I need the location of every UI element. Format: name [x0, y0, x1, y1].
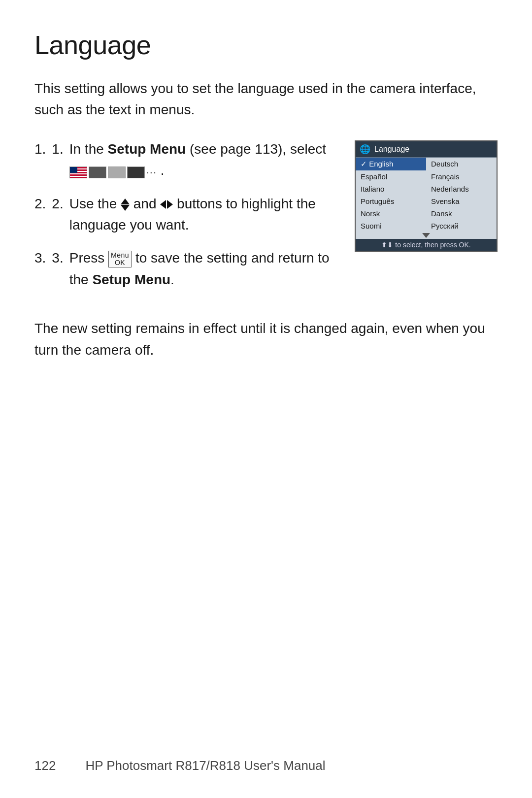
step-3-content: Press Menu OK to save the setting and re… [69, 247, 335, 290]
intro-paragraph: This setting allows you to set the langu… [34, 78, 498, 121]
arrow-right-icon [167, 200, 173, 209]
content-row: 1. In the Setup Menu (see page 113), sel… [34, 138, 498, 302]
lang-english: English [356, 158, 426, 170]
arrow-left-icon [160, 200, 166, 209]
up-down-arrows [121, 199, 130, 211]
lang-nederlands: Nederlands [426, 183, 497, 195]
scroll-indicator [356, 232, 497, 239]
arrow-down-icon [121, 205, 130, 211]
setup-menu-bold-2: Setup Menu [92, 272, 170, 287]
camera-ui-panel: 🌐 Language English Deutsch Español Franç… [355, 140, 498, 252]
arrow-up-icon [121, 199, 130, 204]
footer-page-number: 122 [34, 758, 56, 773]
flag-us-icon [69, 166, 87, 178]
left-right-arrows [160, 200, 173, 209]
language-grid: English Deutsch Español Français Italian… [356, 158, 497, 232]
footer-manual-title: HP Photosmart R817/R818 User's Manual [85, 758, 498, 773]
ud-arrow-block [121, 199, 130, 211]
lang-portugues: Português [356, 195, 426, 207]
footer-nav-symbol: ⬆⬇ [381, 241, 393, 249]
camera-screenshot: 🌐 Language English Deutsch Español Franç… [355, 140, 498, 252]
camera-ui-title: Language [374, 145, 409, 154]
steps-column: 1. In the Setup Menu (see page 113), sel… [34, 138, 335, 302]
globe-icon: 🌐 [360, 144, 370, 155]
step-1: 1. In the Setup Menu (see page 113), sel… [34, 138, 335, 181]
page-footer: 122 HP Photosmart R817/R818 User's Manua… [34, 758, 498, 773]
page-title: Language [34, 30, 498, 60]
lang-suomi: Suomi [356, 220, 426, 232]
lang-svenska: Svenska [426, 195, 497, 207]
camera-ui-header: 🌐 Language [356, 141, 497, 158]
step-1-number: 1. [52, 138, 63, 181]
step-2-number: 2. [52, 193, 63, 236]
scroll-down-arrow-icon [422, 233, 430, 238]
lang-deutsch: Deutsch [426, 158, 497, 170]
flag-dark-icon [89, 166, 106, 178]
ok-label: OK [115, 259, 125, 266]
icons-row: ··· [69, 164, 157, 181]
lang-dansk: Dansk [426, 207, 497, 220]
step-3-number: 3. [52, 247, 63, 290]
step-2-buttons-to: buttons to highlight the language you wa… [69, 196, 316, 233]
lang-norsk: Norsk [356, 207, 426, 220]
step-1-content: In the Setup Menu (see page 113), select… [69, 138, 335, 181]
flag-dark2-icon [127, 166, 145, 178]
flag-gray-icon [108, 166, 126, 178]
step-2-content: Use the and buttons to highlight the lan… [69, 193, 335, 236]
lang-espanol: Español [356, 170, 426, 183]
camera-ui-body: English Deutsch Español Français Italian… [356, 158, 497, 239]
step-3: 3. Press Menu OK to save the setting and… [34, 247, 335, 290]
menu-label: Menu [111, 252, 129, 259]
footer-instruction: to select, then press OK. [395, 241, 470, 249]
steps-list: 1. In the Setup Menu (see page 113), sel… [34, 138, 335, 290]
step-2-and: and [133, 196, 161, 211]
lang-francais: Français [426, 170, 497, 183]
more-icons-dots: ··· [146, 164, 157, 181]
step-2: 2. Use the and buttons to highli [34, 193, 335, 236]
lang-italiano: Italiano [356, 183, 426, 195]
camera-ui-footer: ⬆⬇ to select, then press OK. [356, 239, 497, 251]
setup-menu-bold-1: Setup Menu [108, 141, 186, 157]
lang-russian: Русский [426, 220, 497, 232]
menu-ok-badge: Menu OK [108, 251, 132, 268]
closing-paragraph: The new setting remains in effect until … [34, 318, 498, 361]
